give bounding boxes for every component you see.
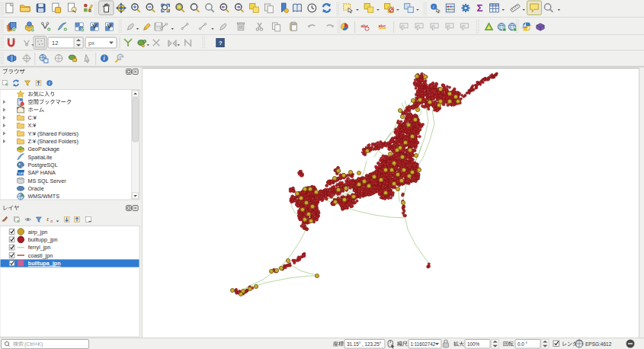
svg-text:px: px xyxy=(88,40,95,46)
svg-text:ab: ab xyxy=(431,24,436,28)
svg-text:i: i xyxy=(433,4,434,9)
svg-text:EPSG:4612: EPSG:4612 xyxy=(585,341,612,347)
svg-text:31.15° , 123.25°: 31.15° , 123.25° xyxy=(347,341,382,347)
svg-text:1:11602742: 1:11602742 xyxy=(411,341,436,347)
svg-text:Oracle: Oracle xyxy=(28,185,44,192)
svg-text:Y:¥ (Shared Folders): Y:¥ (Shared Folders) xyxy=(28,130,78,137)
svg-text:(Ctrl+K): (Ctrl+K) xyxy=(24,341,43,347)
svg-text:Z:¥ (Shared Folders): Z:¥ (Shared Folders) xyxy=(28,138,78,145)
svg-text:12: 12 xyxy=(52,40,58,46)
svg-text:Σ: Σ xyxy=(477,2,483,14)
svg-text:ab: ab xyxy=(416,24,421,28)
svg-text:airp_jpn: airp_jpn xyxy=(28,229,48,235)
svg-text:builtupa_jpn: builtupa_jpn xyxy=(28,260,61,267)
svg-text:GeoPackage: GeoPackage xyxy=(28,146,60,152)
svg-text:SAP: SAP xyxy=(18,171,25,175)
svg-text:PostgreSQL: PostgreSQL xyxy=(28,162,58,168)
svg-text:abc: abc xyxy=(360,24,368,28)
svg-text:abc: abc xyxy=(378,24,386,28)
svg-text:100%: 100% xyxy=(467,341,480,347)
svg-text:?: ? xyxy=(219,40,223,46)
svg-text:0.0 °: 0.0 ° xyxy=(517,341,528,347)
svg-text:WMS/WMTS: WMS/WMTS xyxy=(28,193,60,200)
svg-text:SAP HANA: SAP HANA xyxy=(28,169,56,176)
svg-text:ab: ab xyxy=(461,24,466,28)
svg-text:builtupp_jpn: builtupp_jpn xyxy=(28,236,58,243)
svg-text:ferryl_jpn: ferryl_jpn xyxy=(28,244,51,251)
svg-text:α: α xyxy=(50,219,53,223)
svg-text:ab: ab xyxy=(401,24,405,28)
svg-text:coastl_jpn: coastl_jpn xyxy=(28,252,53,259)
svg-text:C:¥: C:¥ xyxy=(28,114,37,121)
svg-text:ab: ab xyxy=(447,24,451,28)
svg-text:SpatiaLite: SpatiaLite xyxy=(28,154,53,161)
svg-text:ε: ε xyxy=(46,216,49,223)
svg-text:X:¥: X:¥ xyxy=(28,122,37,129)
svg-text:a: a xyxy=(88,8,91,13)
svg-text:MS SQL Server: MS SQL Server xyxy=(28,178,67,184)
